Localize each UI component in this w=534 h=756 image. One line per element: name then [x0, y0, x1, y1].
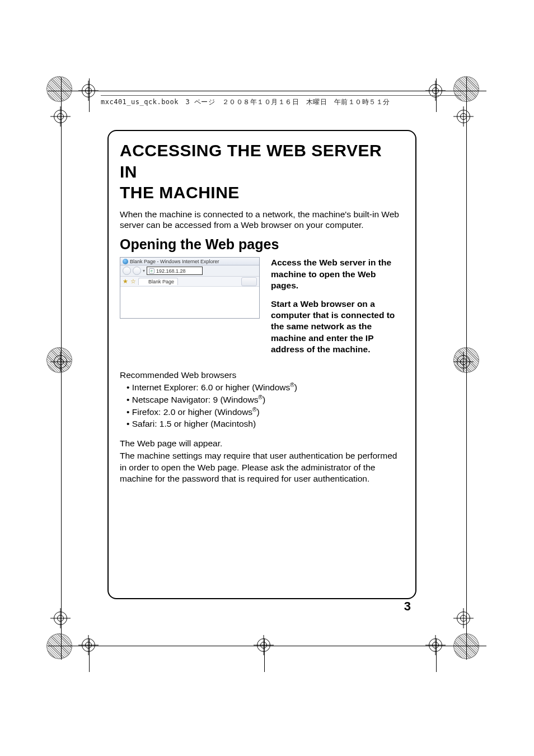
registration-mark — [425, 635, 446, 655]
dropdown-arrow-icon: ▾ — [143, 268, 145, 273]
crop-ornament-top-left — [46, 76, 72, 102]
registration-mark — [50, 106, 71, 127]
ie-icon — [142, 279, 147, 284]
registration-mark — [453, 106, 474, 127]
protocol-icon: e — [149, 268, 154, 274]
crop-line — [264, 638, 265, 672]
crop-line — [89, 78, 90, 112]
content-frame: ACCESSING THE WEB SERVER IN THE MACHINE … — [107, 130, 416, 599]
add-favorite-star-icon: ☆ — [130, 278, 136, 285]
crop-line — [89, 638, 90, 672]
section-heading: Opening the Web pages — [120, 236, 404, 253]
browser-tab-row: ★ ☆ Blank Page — [120, 277, 259, 287]
registration-mark — [453, 608, 474, 628]
registration-mark — [78, 635, 99, 655]
favorites-star-icon: ★ — [123, 278, 128, 285]
scanned-page: mxc401_us_qck.book 3 ページ ２００８年１０月１６日 木曜日… — [0, 0, 534, 756]
browser-title-bar: Blank Page - Windows Internet Explorer — [120, 258, 259, 265]
registration-mark — [50, 608, 71, 628]
closing-paragraph-1: The Web page will appear. — [120, 438, 404, 449]
page-title: ACCESSING THE WEB SERVER IN THE MACHINE — [120, 140, 404, 203]
crop-line — [48, 91, 486, 91]
back-button-icon — [123, 267, 131, 275]
crop-line — [436, 638, 437, 672]
address-bar-text: 192.168.1.28 — [156, 268, 186, 274]
recommended-heading: Recommended Web browsers — [120, 370, 404, 380]
crop-line — [48, 646, 486, 646]
list-item: Firefox: 2.0 or higher (Windows®) — [127, 406, 404, 418]
ie-icon — [123, 259, 128, 264]
intro-paragraph: When the machine is connected to a netwo… — [120, 209, 404, 231]
toolbar-button-icon — [241, 277, 257, 286]
registration-mark — [453, 352, 474, 372]
browser-tab-label: Blank Page — [148, 279, 174, 284]
address-bar: e 192.168.1.28 — [147, 267, 203, 275]
closing-paragraph-2: The machine settings may require that us… — [120, 450, 404, 484]
two-column-row: Blank Page - Windows Internet Explorer ▾… — [120, 257, 404, 362]
browser-tab: Blank Page — [138, 278, 178, 285]
list-item: Netscape Navigator: 9 (Windows®) — [127, 394, 404, 406]
browser-window-title: Blank Page - Windows Internet Explorer — [130, 259, 219, 264]
registration-mark — [50, 352, 71, 372]
forward-button-icon — [133, 267, 141, 275]
instruction-paragraph-2: Start a Web browser on a computer that i… — [271, 298, 404, 356]
instruction-column: Access the Web server in the machine to … — [271, 257, 404, 362]
page-title-line2: THE MACHINE — [120, 182, 404, 203]
list-item: Safari: 1.5 or higher (Macintosh) — [127, 418, 404, 430]
browser-screenshot: Blank Page - Windows Internet Explorer ▾… — [120, 257, 260, 319]
crop-ornament-bottom-left — [46, 633, 72, 659]
print-header-line: mxc401_us_qck.book 3 ページ ２００８年１０月１６日 木曜日… — [101, 95, 461, 107]
browser-nav-row: ▾ e 192.168.1.28 — [120, 265, 259, 277]
page-number: 3 — [404, 599, 411, 614]
crop-line — [466, 77, 467, 660]
list-item: Internet Explorer: 6.0 or higher (Window… — [127, 381, 404, 394]
crop-line — [61, 77, 62, 660]
browser-list: Internet Explorer: 6.0 or higher (Window… — [120, 381, 404, 430]
instruction-paragraph-1: Access the Web server in the machine to … — [271, 257, 404, 291]
registration-mark — [254, 635, 274, 655]
page-title-line1: ACCESSING THE WEB SERVER IN — [120, 140, 404, 182]
